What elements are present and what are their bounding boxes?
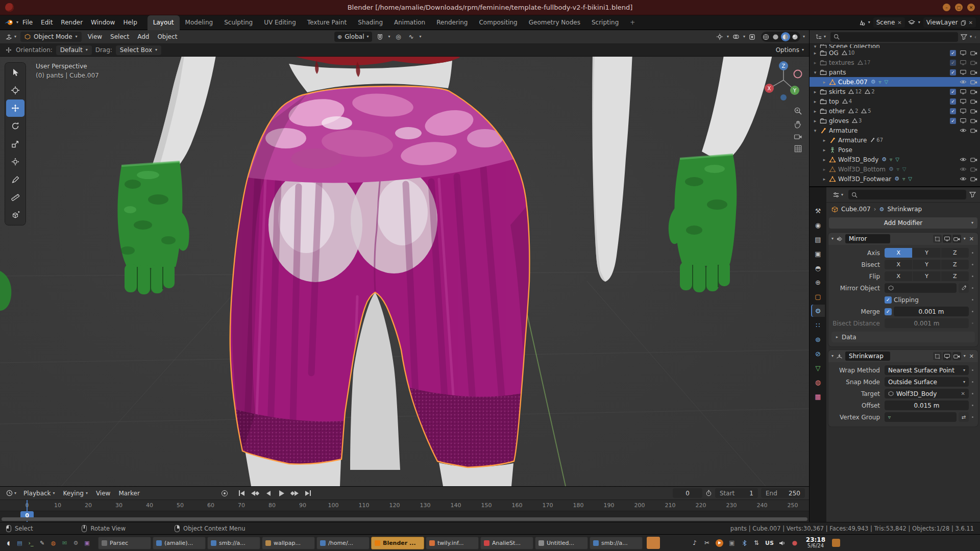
workspace-tab-geometry-nodes[interactable]: Geometry Nodes [523, 15, 586, 30]
outliner-row[interactable]: ▾pants✓ [810, 67, 980, 77]
expander-icon[interactable]: ▸ [821, 147, 828, 153]
taskbar-window-button[interactable]: Blender ... [371, 537, 424, 549]
outliner-row[interactable]: ▾Scene Collection [810, 44, 980, 48]
close-button[interactable]: ✕ [967, 4, 975, 11]
new-viewlayer-icon[interactable] [961, 20, 966, 26]
display-in-editmode-toggle[interactable] [933, 235, 942, 243]
workspace-tab-rendering[interactable]: Rendering [431, 15, 473, 30]
clipping-checkbox[interactable]: ✓ [885, 296, 892, 304]
workspace-tab-uv-editing[interactable]: UV Editing [258, 15, 302, 30]
timeline-menu-keying[interactable]: Keying ▾ [59, 490, 92, 497]
properties-tab-output-icon[interactable]: ▤ [811, 233, 825, 245]
properties-tab-render-icon[interactable]: ◉ [811, 219, 825, 231]
modifier-name-field[interactable]: Mirror [845, 234, 890, 243]
animate-dot[interactable] [970, 252, 975, 254]
play-button[interactable] [276, 488, 288, 498]
outliner-row[interactable]: ▸other25✓ [810, 106, 980, 116]
mirror-axis-z-button[interactable]: Z [941, 248, 969, 258]
workspace-tab-shading[interactable]: Shading [352, 15, 388, 30]
breadcrumb-modifier[interactable]: Shrinkwrap [887, 206, 922, 213]
workspace-tab-texture-paint[interactable]: Texture Paint [302, 15, 352, 30]
check-toggle[interactable]: ✓ [950, 50, 956, 56]
scene-selector[interactable]: Scene ✕ [873, 17, 905, 28]
pan-hand-icon[interactable] [794, 120, 802, 129]
camera-toggle[interactable] [970, 89, 977, 94]
show-overlays-icon[interactable] [731, 33, 741, 41]
filter-icon[interactable] [961, 34, 967, 40]
remove-modifier-icon[interactable]: ✕ [968, 236, 975, 242]
animate-dot[interactable] [970, 311, 975, 312]
shading-rendered-icon[interactable] [791, 32, 800, 41]
offset-field[interactable]: 0.015 m [885, 400, 969, 410]
notification-icon[interactable]: ● [791, 539, 798, 547]
timeline-ruler[interactable]: 0102030405060708090100110120130140150160… [0, 500, 809, 511]
mail-icon[interactable]: ✉ [60, 538, 69, 548]
monitor-toggle[interactable] [960, 89, 967, 94]
previous-keyframe-button[interactable] [249, 488, 261, 498]
monitor-toggle[interactable] [960, 69, 967, 75]
properties-tab-physics-icon[interactable]: ⊚ [811, 333, 825, 345]
animate-dot[interactable] [970, 393, 975, 394]
mirror-axis-y-button[interactable]: Y [913, 248, 940, 258]
gizmo-negative-axis[interactable] [794, 70, 802, 78]
expander-icon[interactable]: ▸ [812, 51, 819, 56]
gizmo-z-axis[interactable]: Z [782, 63, 786, 69]
properties-tab-tool-icon[interactable]: ⚒ [811, 205, 825, 217]
outliner-row[interactable]: ▸Wolf3D_Body⚙▿▽ [810, 155, 980, 164]
clock[interactable]: 23:18 5/6/24 [806, 537, 825, 549]
workspace-tab-layout[interactable]: Layout [148, 15, 180, 30]
taskbar-window-button[interactable]: /home/... [316, 537, 370, 549]
check-toggle[interactable]: ✓ [950, 108, 956, 114]
screenshot-icon[interactable]: ▣ [82, 538, 92, 548]
shading-wireframe-icon[interactable] [762, 32, 771, 41]
expander-icon[interactable]: ▾ [812, 128, 819, 133]
camera-toggle[interactable] [970, 176, 977, 182]
offscreen-glove-object[interactable] [0, 271, 11, 311]
check-toggle[interactable]: ✓ [950, 60, 956, 66]
expander-icon[interactable]: ▸ [821, 167, 828, 172]
timeline-menu-playback[interactable]: Playback ▾ [19, 490, 59, 497]
menu-edit[interactable]: Edit [37, 15, 57, 30]
taskbar-window-button[interactable]: smb://a... [207, 537, 260, 549]
display-in-editmode-toggle[interactable] [933, 352, 942, 360]
animate-dot[interactable] [970, 299, 975, 300]
outliner-row[interactable]: ▸Cube.007⚙▿▽ [810, 77, 980, 87]
check-toggle[interactable]: ✓ [950, 89, 956, 95]
outliner-row[interactable]: ▸Pose [810, 145, 980, 155]
chevron-down-icon[interactable]: ▾ [727, 35, 729, 39]
animate-dot[interactable] [970, 264, 975, 265]
settings-icon[interactable]: ⚙ [71, 538, 81, 548]
keyboard-layout-indicator[interactable]: US [765, 539, 774, 547]
extras-menu-icon[interactable]: ▾ [964, 237, 966, 241]
navigation-gizmo[interactable]: Z X Y [762, 59, 805, 102]
viewport-menu-add[interactable]: Add [133, 33, 153, 40]
monitor-toggle[interactable] [960, 98, 967, 104]
taskbar-window-button[interactable]: Untitled... [535, 537, 588, 549]
gizmo-y-axis[interactable]: Y [793, 88, 797, 93]
viewlayer-selector[interactable]: ViewLayer ✕ [923, 17, 976, 28]
chevron-down-icon[interactable]: ▾ [743, 35, 745, 39]
window-preview-thumbnail[interactable] [647, 537, 660, 549]
maximize-button[interactable]: ▢ [955, 4, 963, 11]
animate-dot[interactable] [970, 369, 975, 371]
workspace-tab-modeling[interactable]: Modeling [180, 15, 219, 30]
menu-help[interactable]: Help [119, 15, 141, 30]
menu-file[interactable]: File [18, 15, 37, 30]
web-browser-icon[interactable]: ◍ [48, 538, 58, 548]
rotate-tool[interactable] [6, 117, 24, 135]
camera-toggle[interactable] [970, 157, 977, 162]
show-gizmo-icon[interactable] [715, 33, 724, 41]
properties-tab-modifiers-icon[interactable]: ⚙ [811, 305, 825, 317]
timeline-scrollbar[interactable] [2, 517, 807, 521]
outliner-row[interactable]: ▸top4✓ [810, 96, 980, 106]
bluetooth-icon[interactable] [741, 539, 748, 547]
flip-y-button[interactable]: Y [913, 271, 940, 281]
chevron-down-icon[interactable]: ▾ [970, 35, 972, 39]
volume-icon[interactable] [779, 539, 786, 547]
editor-corner-arrow[interactable]: ‹ [974, 34, 976, 40]
next-keyframe-button[interactable] [289, 488, 301, 498]
remove-modifier-icon[interactable]: ✕ [968, 353, 975, 360]
animate-dot[interactable] [970, 276, 975, 277]
text-editor-icon[interactable]: ✎ [37, 538, 47, 548]
expander-icon[interactable]: ▾ [812, 70, 819, 75]
